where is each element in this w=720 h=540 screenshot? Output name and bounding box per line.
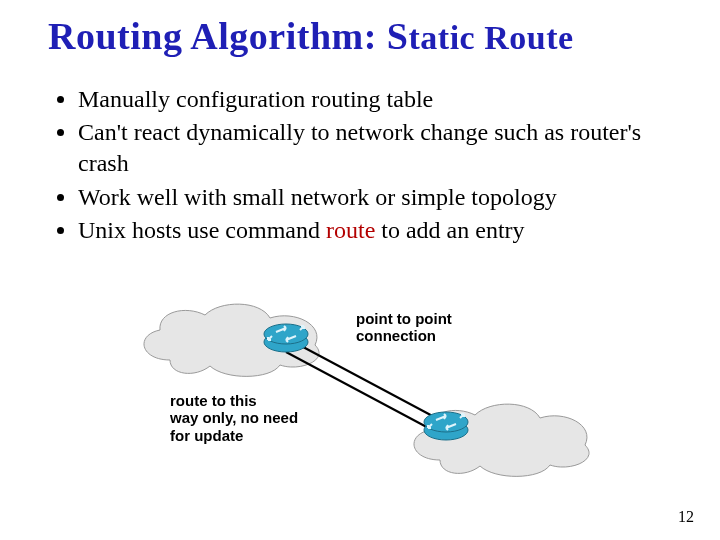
bullet-4: Unix hosts use command route to add an e… <box>78 215 672 246</box>
title-s: S <box>387 15 409 57</box>
label-route-to-this: route to this way only, no need for upda… <box>170 392 298 444</box>
svg-line-1 <box>286 352 436 432</box>
label-ptp-line2: connection <box>356 327 436 344</box>
bullet-2: Can't react dynamically to network chang… <box>78 117 672 179</box>
bullet-4-pre: Unix hosts use command <box>78 217 326 243</box>
router-left-icon <box>262 320 310 354</box>
bullet-list: Manually configuration routing table Can… <box>48 84 672 246</box>
title-main: Routing Algorithm: <box>48 15 387 57</box>
svg-line-0 <box>290 340 440 420</box>
title-rest: tatic Route <box>409 19 574 56</box>
label-route-line2: way only, no need <box>170 409 298 426</box>
bullet-4-post: to add an entry <box>375 217 524 243</box>
page-number: 12 <box>678 508 694 526</box>
bullet-4-cmd: route <box>326 217 375 243</box>
label-point-to-point: point to point connection <box>356 310 452 345</box>
bullet-1: Manually configuration routing table <box>78 84 672 115</box>
router-right-icon <box>422 408 470 442</box>
label-ptp-line1: point to point <box>356 310 452 327</box>
bullet-3: Work well with small network or simple t… <box>78 182 672 213</box>
label-route-line3: for update <box>170 427 243 444</box>
network-diagram: point to point connection route to this … <box>130 300 650 490</box>
label-route-line1: route to this <box>170 392 257 409</box>
slide-title: Routing Algorithm: Static Route <box>48 14 672 58</box>
